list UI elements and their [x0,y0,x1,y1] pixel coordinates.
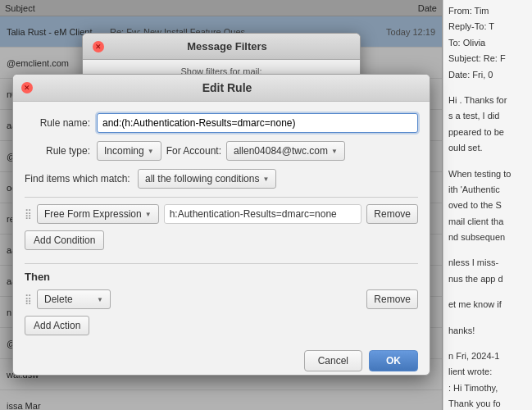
edit-rule-title: Edit Rule [33,81,421,94]
email-body-line4: ould set. [448,142,527,154]
email-body-line16: : Hi Timothy, [448,382,527,394]
email-body-line12: et me know if [448,298,527,311]
edit-rule-backdrop: ✕ Edit Rule Rule name: Rule type: Incomi… [0,0,443,410]
add-condition-button[interactable]: Add Condition [25,230,104,250]
email-reply-to: Reply-To: T [448,20,527,33]
email-body-line5: When testing to [448,168,527,180]
email-body-line10: nless I miss- [448,257,527,269]
email-body-line9: nd subsequen [448,231,527,244]
for-account-select[interactable]: allen04084@twc.com [226,141,345,161]
add-action-button[interactable]: Add Action [25,316,89,335]
rule-type-row: Rule type: Incoming For Account: allen04… [25,141,418,161]
edit-rule-footer: Cancel OK [13,344,430,375]
email-body-line2: s a test, I did [448,110,527,122]
then-label: Then [25,271,418,283]
email-body-line17: Thank you fo [448,398,527,410]
rule-name-row: Rule name: [25,113,418,133]
rule-name-input[interactable] [97,113,418,133]
condition-type-select[interactable]: Free Form Expression [37,204,159,224]
email-body-line11: nus the app d [448,273,527,285]
email-date-header: Date: Fri, 0 [448,69,527,81]
edit-rule-title-bar: ✕ Edit Rule [13,75,430,102]
find-items-row: Find items which match: all the followin… [25,169,418,189]
cancel-button[interactable]: Cancel [304,350,362,371]
action-drag-handle-icon[interactable]: ⣿ [25,294,32,305]
rule-name-label: Rule name: [25,117,90,129]
edit-rule-dialog: ✕ Edit Rule Rule name: Rule type: Incomi… [12,74,430,376]
condition-value-input[interactable] [164,204,362,224]
email-body-line3: ppeared to be [448,126,527,139]
email-to: To: Olivia [448,37,527,49]
email-from: From: Tim [448,5,527,17]
email-body-line6: ith 'Authentic [448,184,527,196]
find-items-label: Find items which match: [25,173,131,184]
email-client-bg: Subject Date Talia Rust - eM Client <rus… [0,0,532,410]
edit-rule-body: Rule name: Rule type: Incoming For Accou… [13,102,430,344]
for-account-label: For Account: [166,145,221,157]
edit-rule-close-button[interactable]: ✕ [21,82,33,93]
section-divider-2 [25,263,418,264]
condition-remove-button[interactable]: Remove [366,204,418,224]
drag-handle-icon[interactable]: ⣿ [25,208,32,220]
email-subject-header: Subject: Re: F [448,52,527,65]
email-body-line14: n Fri, 2024-1 [448,350,527,362]
email-body-line7: oved to the S [448,199,527,212]
ok-button[interactable]: OK [369,350,418,371]
condition-item: ⣿ Free Form Expression Remove [25,204,418,224]
action-remove-button[interactable]: Remove [366,289,418,309]
email-body-line1: Hi . Thanks for [448,94,527,107]
rule-type-select[interactable]: Incoming [97,141,161,161]
section-divider-1 [25,197,418,198]
email-body-line15: lient wrote: [448,366,527,378]
action-type-select[interactable]: Delete [37,289,111,309]
find-items-select[interactable]: all the following conditions [138,169,276,189]
email-body-line13: hanks! [448,325,527,337]
email-preview-panel: From: Tim Reply-To: T To: Olivia Subject… [443,0,532,410]
rule-type-label: Rule type: [25,145,90,157]
action-item: ⣿ Delete Remove [25,289,418,309]
email-body-line8: mail client tha [448,216,527,228]
